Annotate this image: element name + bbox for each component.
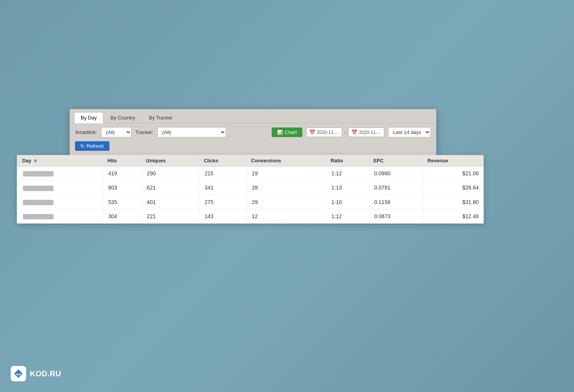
tab-by-country[interactable]: By Country [104, 112, 142, 123]
cell-hits: 803 [103, 181, 142, 195]
cell-revenue: $21.06 [424, 167, 484, 181]
cell-epc: 0.0980 [369, 167, 423, 181]
cell-revenue: $26.64 [424, 181, 484, 195]
table-row: 2020- 304 221 143 12 1:12 0.0873 $12.48 [17, 209, 484, 223]
main-table: Day ⇅ Hits Uniques Clicks Conversions Ra… [17, 155, 484, 224]
table-row: 2020- 419 290 215 19 1:12 0.0980 $21.06 [17, 167, 484, 181]
tabs-bar: By Day By Country By Tracker [70, 109, 436, 123]
cell-revenue: $31.80 [424, 195, 484, 209]
date-separator: - [344, 129, 346, 135]
smartlink-select[interactable]: (All) [101, 127, 132, 137]
smartlink-label: Smartlink: [75, 129, 97, 135]
cell-conversions: 29 [247, 195, 327, 209]
branding: KOD.RU [11, 366, 61, 381]
cell-ratio: 1:12 [327, 209, 370, 223]
cell-revenue: $12.48 [424, 209, 484, 223]
cell-day: 2020- [17, 167, 103, 181]
refresh-button[interactable]: ↻ Refresh [75, 141, 109, 151]
cell-uniques: 221 [142, 209, 200, 223]
cell-day: 2020- [17, 181, 103, 195]
brand-name: KOD.RU [30, 369, 61, 378]
cell-ratio: 1:10 [327, 195, 370, 209]
tracker-select[interactable]: (All) [157, 127, 226, 137]
date-range: 📅 2020-11-... - 📅 2020-11-... [306, 127, 384, 137]
brand-icon [11, 366, 26, 381]
fsort-icon-day: ⇅ [34, 159, 37, 163]
cell-epc: 0.1156 [369, 195, 423, 209]
calendar-from-icon: 📅 [309, 129, 315, 135]
fcol-header-conversions: Conversions [247, 155, 327, 167]
cell-uniques: 401 [142, 195, 200, 209]
cell-day: 2020- [17, 209, 103, 223]
cell-clicks: 275 [200, 195, 247, 209]
chart-icon: 📊 [277, 130, 283, 135]
cell-epc: 0.0781 [369, 181, 423, 195]
cell-clicks: 143 [200, 209, 247, 223]
fcol-header-hits: Hits [103, 155, 142, 167]
period-select[interactable]: Last 14 days [388, 127, 431, 137]
cell-hits: 304 [103, 209, 142, 223]
date-to-input[interactable]: 📅 2020-11-... [348, 127, 384, 137]
fcol-header-revenue: Revenue [424, 155, 484, 167]
floating-card: Day ⇅ Hits Uniques Clicks Conversions Ra… [17, 155, 484, 224]
filters-row: Smartlink: (All) Tracker: (All) 📊 Chart … [70, 123, 436, 155]
cell-uniques: 290 [142, 167, 200, 181]
cell-conversions: 28 [247, 181, 327, 195]
fcol-header-clicks: Clicks [200, 155, 247, 167]
table-row: 2020- 535 401 275 29 1:10 0.1156 $31.80 [17, 195, 484, 209]
date-from-input[interactable]: 📅 2020-11-... [306, 127, 342, 137]
fcol-header-epc: EPC [369, 155, 423, 167]
fcol-header-day: Day ⇅ [17, 155, 103, 167]
cell-uniques: 621 [142, 181, 200, 195]
refresh-icon: ↻ [80, 143, 85, 149]
calendar-to-icon: 📅 [351, 129, 357, 135]
tab-by-tracker[interactable]: By Tracker [142, 112, 179, 123]
cell-epc: 0.0873 [369, 209, 423, 223]
cell-clicks: 341 [200, 181, 247, 195]
cell-conversions: 12 [247, 209, 327, 223]
tab-by-day[interactable]: By Day [74, 112, 103, 123]
tracker-label: Tracker: [135, 129, 153, 135]
cell-hits: 419 [103, 167, 142, 181]
table-row: 2020- 803 621 341 28 1:13 0.0781 $26.64 [17, 181, 484, 195]
cell-ratio: 1:13 [327, 181, 370, 195]
cell-conversions: 19 [247, 167, 327, 181]
cell-hits: 535 [103, 195, 142, 209]
fcol-header-uniques: Uniques [142, 155, 200, 167]
cell-clicks: 215 [200, 167, 247, 181]
chart-button[interactable]: 📊 Chart [272, 127, 302, 137]
cell-day: 2020- [17, 195, 103, 209]
cell-ratio: 1:12 [327, 167, 370, 181]
fcol-header-ratio: Ratio [327, 155, 370, 167]
